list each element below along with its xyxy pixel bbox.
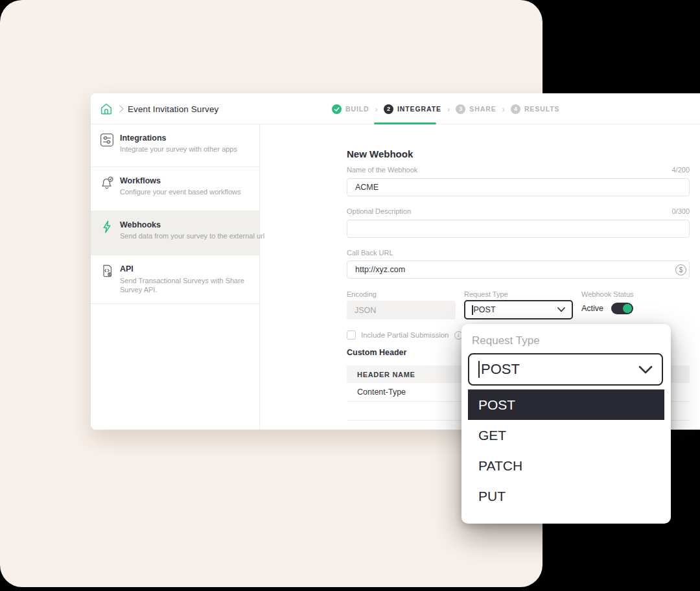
popup-request-type-label: Request Type [472, 334, 540, 347]
sidebar-item-title: API [120, 264, 134, 273]
sidebar-item-webhooks[interactable]: Webhooks Send data from your survey to t… [91, 211, 259, 255]
sidebar-item-description: Send data from your survey to the extern… [120, 232, 264, 240]
encoding-label-row: Encoding [347, 290, 457, 298]
webhook-status-label-row: Webhook Status [581, 290, 692, 298]
document-gear-icon [100, 264, 114, 278]
description-label-row: Optional Description 0/300 [347, 207, 690, 215]
page-title: New Webhook [347, 148, 413, 159]
sidebar-item-title: Integrations [120, 133, 167, 143]
webhook-status-label: Webhook Status [581, 290, 634, 298]
encoding-input-disabled: JSON [347, 301, 456, 319]
sidebar-item-integrations[interactable]: Integrations Integrate your survey with … [91, 124, 259, 167]
toggle-knob [623, 304, 632, 313]
sidebar-item-description: Integrate your survey with other apps [120, 145, 237, 153]
callback-url-input[interactable] [347, 261, 690, 279]
step-label: INTEGRATE [397, 105, 441, 113]
option-post[interactable]: POST [468, 389, 664, 420]
custom-header-title: Custom Header [347, 348, 406, 357]
sidebar-item-description: Configure your event based workflows [120, 188, 240, 196]
step-label: RESULTS [524, 105, 560, 113]
variable-icon[interactable]: $ [675, 264, 686, 275]
popup-options-list: POST GET PATCH PUT [468, 389, 664, 511]
sidebar-item-title: Webhooks [120, 220, 161, 229]
sliders-icon [100, 133, 114, 147]
step-integrate[interactable]: 2 INTEGRATE [384, 104, 441, 114]
description-input[interactable] [347, 220, 690, 238]
sidebar-item-api[interactable]: API Send Transactional Surveys with Shar… [91, 255, 259, 304]
webhook-status-group: Active [581, 303, 633, 314]
option-get[interactable]: GET [468, 420, 664, 450]
status-toggle[interactable] [611, 303, 633, 314]
step-chevron-icon: › [375, 104, 378, 114]
step-number-badge: 2 [384, 104, 393, 114]
chevron-down-icon [557, 307, 565, 312]
popup-selected-value: POST [481, 361, 520, 378]
integrations-sidebar: Integrations Integrate your survey with … [91, 124, 260, 430]
request-type-select[interactable]: POST [464, 300, 573, 319]
step-chevron-icon: › [502, 104, 505, 114]
callback-url-label: Call Back URL [347, 249, 393, 257]
bell-check-icon [100, 176, 114, 190]
check-circle-icon [332, 104, 342, 114]
breadcrumb-chevron-icon [119, 93, 124, 124]
text-caret [472, 305, 473, 315]
status-value: Active [581, 304, 603, 313]
sidebar-item-description: Send Transactional Surveys with Share Su… [120, 276, 251, 294]
request-type-popup: Request Type POST POST GET PATCH PUT [461, 324, 671, 524]
request-type-label-row: Request Type [464, 290, 574, 298]
home-icon[interactable] [99, 102, 113, 116]
text-caret [478, 361, 480, 378]
description-label: Optional Description [347, 207, 411, 215]
step-build[interactable]: BUILD [332, 104, 369, 114]
step-label: SHARE [469, 105, 496, 113]
webhook-name-input[interactable] [347, 178, 690, 196]
name-label-row: Name of the Webhook 4/200 [347, 166, 690, 174]
request-type-label: Request Type [464, 290, 508, 298]
active-step-underline [374, 122, 436, 124]
lightning-icon [100, 220, 114, 234]
sidebar-item-title: Workflows [120, 176, 161, 185]
popup-request-type-select[interactable]: POST [468, 353, 663, 386]
sidebar-item-workflows[interactable]: Workflows Configure your event based wor… [91, 167, 259, 211]
step-chevron-icon: › [447, 104, 450, 114]
chevron-down-icon [638, 365, 653, 374]
partial-submission-checkbox[interactable] [347, 330, 356, 340]
callback-url-label-row: Call Back URL [347, 249, 690, 257]
step-results[interactable]: 4 RESULTS [511, 104, 560, 114]
option-patch[interactable]: PATCH [468, 450, 664, 481]
top-bar: Event Invitation Survey BUILD › 2 INTEGR… [91, 93, 700, 124]
stepper: BUILD › 2 INTEGRATE › 3 SHARE › 4 RESULT… [332, 93, 559, 124]
breadcrumb-survey-title[interactable]: Event Invitation Survey [128, 93, 218, 124]
description-counter: 0/300 [671, 207, 690, 215]
request-type-value: POST [474, 305, 496, 314]
name-counter: 4/200 [671, 166, 690, 174]
partial-submission-label: Include Partial Submission [361, 331, 449, 339]
partial-submission-row: Include Partial Submission i [347, 330, 463, 340]
step-label: BUILD [345, 105, 369, 113]
canvas: Event Invitation Survey BUILD › 2 INTEGR… [0, 0, 700, 591]
option-put[interactable]: PUT [468, 481, 664, 511]
name-label: Name of the Webhook [347, 166, 417, 174]
step-number-badge: 3 [456, 104, 465, 114]
encoding-label: Encoding [347, 290, 377, 298]
step-share[interactable]: 3 SHARE [456, 104, 496, 114]
step-number-badge: 4 [511, 104, 520, 114]
